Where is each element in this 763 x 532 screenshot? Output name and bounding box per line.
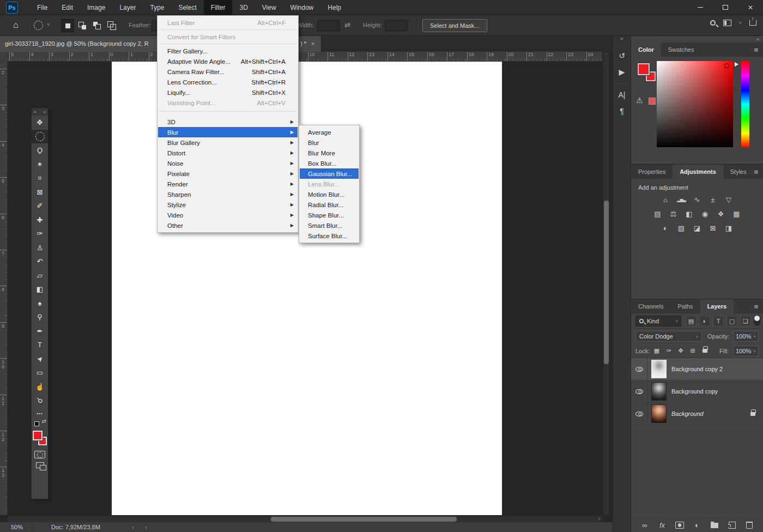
dodge-tool[interactable]: ⚲: [32, 310, 48, 324]
menubar-item[interactable]: File: [30, 0, 55, 15]
lock-position-icon[interactable]: ✥: [677, 347, 685, 354]
type-layer-filter-icon[interactable]: T: [713, 316, 724, 327]
blur-submenu-item[interactable]: Surface Blur...: [300, 231, 359, 241]
width-input[interactable]: [317, 20, 340, 31]
curves-icon[interactable]: ∿: [691, 195, 704, 205]
new-selection-button[interactable]: [61, 19, 74, 32]
history-panel-icon[interactable]: ↺: [613, 47, 631, 64]
color-picker-marker[interactable]: [724, 63, 729, 68]
menubar-item[interactable]: View: [255, 0, 283, 15]
quick-selection-tool[interactable]: ✶: [32, 158, 48, 172]
menubar-item[interactable]: Edit: [55, 0, 80, 15]
share-icon[interactable]: [749, 20, 756, 26]
vibrance-icon[interactable]: ▽: [723, 195, 735, 205]
minimize-button[interactable]: [688, 0, 713, 15]
subtract-from-selection-button[interactable]: [90, 19, 104, 32]
menubar-item[interactable]: Window: [283, 0, 321, 15]
panel-tab[interactable]: Channels: [631, 299, 670, 313]
expand-panels-icon[interactable]: «: [613, 36, 631, 43]
foreground-color-swatch[interactable]: [638, 63, 650, 75]
lock-all-icon[interactable]: [701, 347, 708, 354]
color-balance-icon[interactable]: ⚖: [667, 209, 680, 219]
link-layers-icon[interactable]: ∞: [640, 521, 650, 530]
path-selection-tool[interactable]: ➤: [32, 352, 48, 366]
new-adjustment-layer-icon[interactable]: ◐: [692, 521, 702, 530]
swap-dimensions-icon[interactable]: ⇄: [344, 21, 350, 29]
panel-tab[interactable]: Properties: [631, 165, 673, 179]
color-lookup-icon[interactable]: ▦: [730, 209, 743, 219]
filter-kind-select[interactable]: Kind ˅: [635, 316, 681, 327]
filter-menu-item[interactable]: Stylize ▶: [158, 200, 298, 210]
panel-menu-icon[interactable]: ≡: [754, 303, 763, 311]
lasso-tool[interactable]: Ϙ: [32, 143, 48, 158]
threshold-icon[interactable]: ◪: [691, 223, 704, 233]
select-and-mask-button[interactable]: Select and Mask...: [422, 19, 487, 32]
zoom-tool[interactable]: ⚲: [32, 394, 48, 408]
gamut-color-swatch[interactable]: [649, 98, 656, 105]
blur-submenu-item[interactable]: Motion Blur...: [300, 189, 359, 200]
history-brush-tool[interactable]: ↶: [32, 255, 48, 269]
collapse-icon[interactable]: »: [34, 110, 36, 114]
collapse-panels-icon[interactable]: »: [756, 37, 759, 42]
foreground-color-swatch[interactable]: [33, 431, 43, 440]
layer-thumbnail[interactable]: [652, 360, 666, 378]
scroll-right-icon[interactable]: ›: [598, 516, 600, 522]
saturation-brightness-field[interactable]: [657, 61, 733, 147]
levels-icon[interactable]: ▂▅▃: [675, 195, 688, 205]
filter-menu-item[interactable]: Filter Gallery... ▶: [158, 46, 298, 56]
panel-tab[interactable]: Adjustments: [673, 165, 723, 179]
actions-panel-icon[interactable]: ▶: [613, 64, 631, 80]
paragraph-panel-icon[interactable]: ¶: [613, 103, 631, 119]
layer-thumbnail[interactable]: [652, 405, 666, 422]
invert-icon[interactable]: ◐: [659, 223, 672, 233]
shape-layer-filter-icon[interactable]: ▢: [726, 316, 737, 327]
horizontal-ruler[interactable]: 5432101234567891011121314151617181920212…: [8, 52, 602, 62]
filter-menu-item[interactable]: ▶: [159, 29, 296, 30]
lock-transparency-icon[interactable]: ▦: [653, 347, 661, 354]
new-layer-icon[interactable]: [727, 521, 737, 530]
filter-menu-item[interactable]: Video ▶: [158, 210, 298, 220]
quick-mask-button[interactable]: [34, 451, 45, 458]
menubar-item[interactable]: Layer: [112, 0, 143, 15]
posterize-icon[interactable]: ▨: [675, 223, 688, 233]
gradient-tool[interactable]: ◧: [32, 282, 48, 297]
filter-menu-item[interactable]: Last Filter Alt+Ctrl+F ▶: [158, 17, 298, 28]
hand-tool[interactable]: ☝: [32, 380, 48, 394]
add-to-selection-button[interactable]: [76, 19, 89, 32]
menubar-item[interactable]: 3D: [232, 0, 255, 15]
panel-menu-icon[interactable]: ≡: [754, 46, 763, 54]
blur-submenu-item[interactable]: Lens Blur...: [300, 179, 359, 189]
photo-filter-icon[interactable]: ◉: [699, 209, 711, 219]
character-panel-icon[interactable]: A|: [613, 87, 631, 103]
default-colors-icon[interactable]: [34, 420, 45, 427]
elliptical-marquee-tool[interactable]: [32, 130, 48, 144]
filter-menu-item[interactable]: Sharpen ▶: [158, 189, 298, 200]
layer-row[interactable]: Background: [631, 403, 763, 425]
height-input[interactable]: [385, 20, 408, 31]
layer-visibility-toggle[interactable]: [631, 358, 647, 380]
panel-tab[interactable]: Styles: [723, 165, 754, 179]
opacity-field[interactable]: 100% ˅: [733, 331, 759, 342]
menubar-item[interactable]: Type: [143, 0, 171, 15]
filter-menu-item[interactable]: ▶: [159, 111, 296, 112]
selective-color-icon[interactable]: ⊠: [707, 223, 719, 233]
new-group-icon[interactable]: [710, 521, 719, 530]
home-icon[interactable]: ⌂: [13, 20, 19, 30]
layer-visibility-toggle[interactable]: [631, 403, 647, 425]
eyedropper-tool[interactable]: ✐: [32, 199, 48, 213]
healing-brush-tool[interactable]: ✚: [32, 213, 48, 227]
blur-submenu-item[interactable]: Radial Blur...: [300, 200, 359, 210]
close-icon[interactable]: ×: [43, 110, 46, 114]
blend-mode-select[interactable]: Color Dodge ˅: [635, 331, 702, 342]
layer-row[interactable]: Background copy: [631, 380, 763, 403]
adjustment-layer-filter-icon[interactable]: ◐: [699, 316, 710, 327]
rectangle-tool[interactable]: ▭: [32, 366, 48, 380]
vertical-scrollbar[interactable]: ˆ: [602, 52, 609, 515]
gamut-warning-icon[interactable]: ⚠: [636, 96, 643, 105]
fill-field[interactable]: 100% ˅: [733, 346, 759, 356]
hue-slider[interactable]: [741, 61, 749, 147]
channel-mixer-icon[interactable]: ❖: [714, 209, 727, 219]
eraser-tool[interactable]: ▱: [32, 269, 48, 283]
layer-filtering-toggle[interactable]: [754, 315, 760, 326]
panel-tab[interactable]: Layers: [700, 299, 734, 313]
